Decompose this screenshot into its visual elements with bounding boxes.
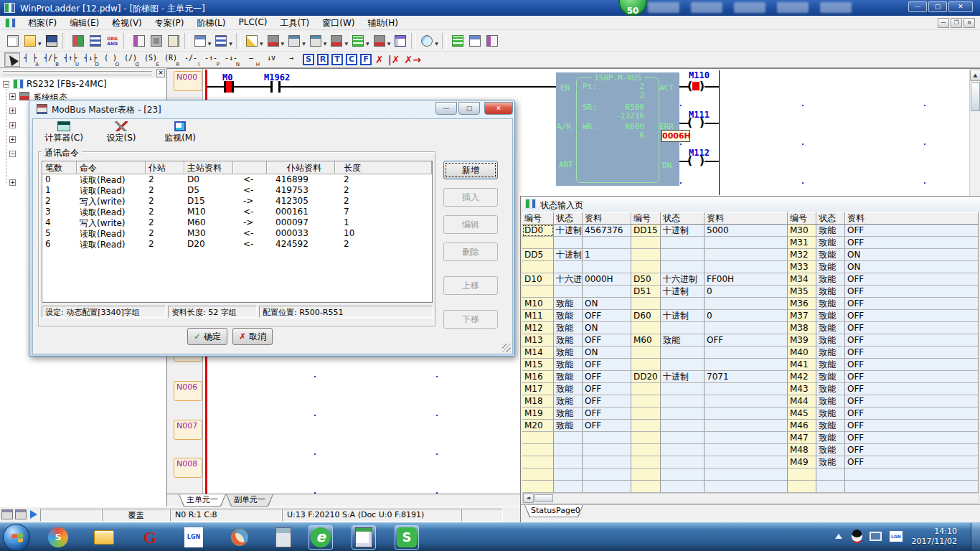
status-cell[interactable]: [661, 395, 705, 408]
tree-expand-item[interactable]: +: [9, 179, 16, 186]
status-cell[interactable]: [631, 383, 661, 395]
status-cell[interactable]: 十进制: [554, 225, 583, 237]
status-cell[interactable]: ON: [583, 298, 631, 310]
status-cell[interactable]: M11: [522, 310, 554, 322]
status-cell[interactable]: [554, 456, 583, 468]
status-cell[interactable]: OFF: [845, 432, 979, 444]
status-cell[interactable]: [661, 347, 705, 359]
online-button[interactable]: [265, 33, 281, 49]
status-cell[interactable]: 致能: [816, 408, 845, 420]
status-cell[interactable]: [661, 444, 705, 456]
status-cell[interactable]: [631, 468, 661, 481]
modbus-table-row[interactable]: 2写入(write)2D15->4123052: [42, 196, 432, 207]
status-cell[interactable]: OFF: [583, 310, 631, 322]
status-cell[interactable]: M42: [788, 371, 816, 383]
status-cell[interactable]: [661, 322, 705, 334]
function-tool-C[interactable]: C: [346, 54, 357, 65]
function-tool-R[interactable]: R: [317, 54, 329, 65]
status-cell[interactable]: M49: [788, 456, 816, 468]
status-cell[interactable]: D10: [522, 273, 554, 286]
status-cell[interactable]: [522, 237, 554, 249]
menu-item-3[interactable]: 专案(P): [149, 16, 191, 30]
status-cell[interactable]: M32: [788, 249, 816, 261]
ok-button[interactable]: ✓ 确定: [187, 328, 227, 345]
menu-item-1[interactable]: 编辑(E): [63, 16, 105, 30]
mdi-close-button[interactable]: ✕: [963, 18, 975, 28]
status-cell[interactable]: [631, 249, 661, 261]
network-label[interactable]: N000: [174, 71, 202, 91]
status-cell[interactable]: [661, 468, 705, 481]
modbus-command-table[interactable]: 笔数命令仆站主站资料仆站资料长度 0读取(Read)2D0<-41689921读…: [42, 161, 433, 303]
ladder-tool-N[interactable]: -↓-N: [222, 52, 240, 67]
status-cell[interactable]: [661, 420, 705, 432]
status-cell[interactable]: 十进制: [661, 225, 705, 237]
status-cell[interactable]: 致能: [816, 395, 845, 408]
network-edit-button[interactable]: [192, 33, 208, 49]
modbus-table-row[interactable]: 6读取(Read)2D20<-4245922: [42, 239, 432, 250]
tree-expand-sysconfig[interactable]: +: [9, 93, 16, 100]
status-cell[interactable]: OFF: [845, 334, 979, 347]
status-cell[interactable]: OFF: [845, 237, 979, 249]
ladder-vertical-scrollbar[interactable]: ▲: [969, 70, 980, 197]
side-button-4[interactable]: 上移: [443, 276, 498, 295]
status-cell[interactable]: OFF: [583, 383, 631, 395]
status-cell[interactable]: ON: [845, 249, 979, 261]
menu-item-0[interactable]: 档案(F): [22, 16, 63, 30]
scroll-left-icon[interactable]: ◄: [523, 494, 534, 503]
status-cell[interactable]: [583, 286, 631, 298]
status-cell[interactable]: 致能: [816, 347, 845, 359]
run-icon[interactable]: [30, 510, 37, 519]
dropdown-caret-icon[interactable]: ▼: [324, 41, 327, 46]
network-label[interactable]: N007: [174, 420, 202, 440]
side-button-0[interactable]: 新增: [443, 161, 498, 179]
status-cell[interactable]: [705, 420, 788, 432]
delete-row-button[interactable]: ✗→: [405, 54, 421, 65]
comment-button[interactable]: [166, 33, 182, 49]
status-cell[interactable]: FF00H: [705, 273, 788, 286]
status-cell[interactable]: 致能: [554, 420, 583, 432]
status-cell[interactable]: M44: [788, 395, 816, 408]
status-cell[interactable]: 致能: [816, 310, 845, 322]
tree-expand-root[interactable]: −: [3, 81, 9, 88]
modbus-table-row[interactable]: 4写入(write)2M60->0000971: [42, 217, 432, 228]
status-cell[interactable]: [522, 468, 554, 481]
rom-pack-button[interactable]: [149, 33, 164, 49]
status-cell[interactable]: D50: [631, 273, 661, 286]
status-cell[interactable]: [583, 237, 631, 249]
status-cell[interactable]: [522, 481, 554, 493]
status-cell[interactable]: D51: [631, 286, 661, 298]
taskbar-g-browser-icon[interactable]: G: [138, 525, 162, 550]
status-cell[interactable]: 7071: [705, 371, 788, 383]
status-cell[interactable]: M13: [522, 334, 554, 347]
function-tool-F[interactable]: F: [360, 54, 372, 65]
dropdown-caret-icon[interactable]: ▼: [435, 41, 438, 46]
tray-expand-icon[interactable]: [835, 534, 842, 539]
coil-m111[interactable]: ( ): [687, 117, 705, 130]
status-cell[interactable]: [845, 468, 979, 481]
dialog-titlebar[interactable]: ModBus Master表格 - [23] — ▢ ✕: [29, 100, 514, 118]
status-cell[interactable]: OFF: [583, 334, 631, 347]
status-cell[interactable]: [522, 444, 554, 456]
dropdown-caret-icon[interactable]: ▼: [366, 41, 369, 46]
maximize-button[interactable]: ▢: [928, 1, 947, 12]
side-button-1[interactable]: 插入: [443, 188, 498, 207]
tree-expand-item[interactable]: +: [9, 108, 16, 114]
status-cell[interactable]: OFF: [845, 359, 979, 371]
resize-grip[interactable]: [502, 344, 511, 352]
status-cell[interactable]: OFF: [583, 371, 631, 383]
status-cell[interactable]: 致能: [816, 359, 845, 371]
status-cell[interactable]: 致能: [554, 383, 583, 395]
status-cell[interactable]: OFF: [583, 395, 631, 408]
status-cell[interactable]: [661, 298, 705, 310]
status-cell[interactable]: OFF: [845, 420, 979, 432]
status-cell[interactable]: [554, 444, 583, 456]
ladder-tool-H[interactable]: —H: [242, 52, 260, 67]
dialog-maximize-button[interactable]: ▢: [458, 102, 480, 115]
dialog-close-button[interactable]: ✕: [484, 102, 513, 115]
status-cell[interactable]: [631, 261, 661, 273]
taskbar-winproladder-active[interactable]: [352, 525, 376, 550]
status-cell[interactable]: [583, 444, 631, 456]
status-horizontal-scrollbar[interactable]: ◄: [522, 493, 979, 504]
project-window-button[interactable]: [70, 33, 86, 49]
io-numbering-button[interactable]: [131, 33, 147, 49]
